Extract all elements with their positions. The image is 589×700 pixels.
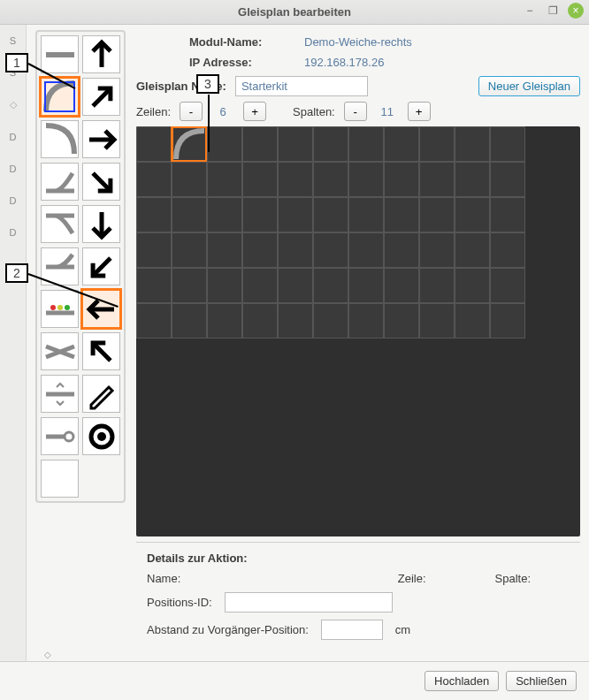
grid-cell[interactable] bbox=[313, 303, 348, 339]
grid-cell[interactable] bbox=[136, 126, 172, 162]
grid-cell[interactable] bbox=[242, 162, 278, 197]
grid-cell[interactable] bbox=[490, 232, 525, 268]
sidebar-tab-5[interactable]: D bbox=[0, 192, 26, 209]
grid-cell[interactable] bbox=[207, 232, 242, 268]
grid-cell[interactable] bbox=[455, 303, 490, 339]
decoupler-item[interactable] bbox=[41, 375, 79, 413]
grid-cell[interactable] bbox=[172, 197, 207, 232]
grid-cell[interactable] bbox=[278, 197, 313, 232]
dir-left[interactable] bbox=[82, 290, 120, 328]
sidebar-tab-3[interactable]: D bbox=[0, 128, 26, 146]
sidebar-tab-6[interactable]: D bbox=[0, 224, 26, 241]
tool-pencil[interactable] bbox=[82, 375, 120, 413]
switch-left[interactable] bbox=[41, 247, 79, 285]
grid-cell[interactable] bbox=[242, 126, 278, 162]
empty-cell[interactable] bbox=[41, 460, 79, 498]
grid-cell[interactable] bbox=[278, 126, 313, 162]
grid-cell[interactable] bbox=[278, 162, 313, 197]
grid-cell[interactable] bbox=[207, 303, 242, 339]
grid-cell[interactable] bbox=[419, 232, 455, 268]
cross-double[interactable] bbox=[41, 332, 79, 370]
grid-cell[interactable] bbox=[384, 303, 419, 339]
trackplan-canvas[interactable] bbox=[136, 126, 580, 536]
minimize-button[interactable]: − bbox=[522, 3, 538, 19]
grid-cell[interactable] bbox=[384, 232, 419, 268]
grid-cell[interactable] bbox=[348, 268, 384, 303]
grid-cell[interactable] bbox=[278, 268, 313, 303]
dir-downright[interactable] bbox=[82, 163, 120, 201]
grid-cell[interactable] bbox=[313, 162, 348, 197]
grid-cell[interactable] bbox=[455, 126, 490, 162]
grid-cell[interactable] bbox=[490, 197, 525, 232]
grid-cell[interactable] bbox=[348, 126, 384, 162]
grid-cell[interactable] bbox=[348, 197, 384, 232]
grid-cell[interactable] bbox=[207, 162, 242, 197]
track-curve-sw[interactable] bbox=[41, 120, 79, 158]
grid-cell[interactable] bbox=[207, 268, 242, 303]
dir-right[interactable] bbox=[82, 120, 120, 158]
grid-cell[interactable] bbox=[384, 197, 419, 232]
cols-plus-button[interactable]: + bbox=[408, 102, 431, 121]
grid-cell[interactable] bbox=[207, 126, 242, 162]
new-plan-button[interactable]: Neuer Gleisplan bbox=[478, 76, 580, 96]
tool-eye[interactable] bbox=[82, 417, 120, 455]
grid-cell[interactable] bbox=[242, 303, 278, 339]
grid-cell[interactable] bbox=[242, 232, 278, 268]
dir-down[interactable] bbox=[82, 205, 120, 243]
dir-upright[interactable] bbox=[82, 78, 120, 116]
rows-plus-button[interactable]: + bbox=[243, 102, 266, 121]
grid-cell[interactable] bbox=[419, 162, 455, 197]
grid-cell[interactable] bbox=[172, 126, 207, 162]
grid-cell[interactable] bbox=[136, 197, 172, 232]
dir-up[interactable] bbox=[82, 35, 120, 73]
grid-cell[interactable] bbox=[348, 162, 384, 197]
grid-cell[interactable] bbox=[172, 232, 207, 268]
grid-cell[interactable] bbox=[490, 126, 525, 162]
grid-cell[interactable] bbox=[384, 162, 419, 197]
grid-cell[interactable] bbox=[172, 162, 207, 197]
sidebar-tab-2[interactable]: ◇ bbox=[0, 95, 26, 114]
switch-y-down[interactable] bbox=[41, 205, 79, 243]
grid-cell[interactable] bbox=[455, 232, 490, 268]
grid-cell[interactable] bbox=[278, 303, 313, 339]
grid-cell[interactable] bbox=[419, 197, 455, 232]
grid-cell[interactable] bbox=[172, 268, 207, 303]
grid-cell[interactable] bbox=[313, 232, 348, 268]
close-button[interactable]: Schließen bbox=[506, 671, 577, 691]
sidebar-tab-1[interactable]: S bbox=[0, 64, 26, 81]
signal-item[interactable] bbox=[41, 290, 79, 328]
grid-cell[interactable] bbox=[455, 268, 490, 303]
dir-upleft[interactable] bbox=[82, 332, 120, 370]
close-window-button[interactable]: × bbox=[568, 3, 584, 19]
grid-cell[interactable] bbox=[313, 197, 348, 232]
plan-name-input[interactable] bbox=[235, 76, 368, 96]
dir-downleft[interactable] bbox=[82, 247, 120, 285]
upload-button[interactable]: Hochladen bbox=[425, 671, 499, 691]
grid-cell[interactable] bbox=[419, 126, 455, 162]
grid-cell[interactable] bbox=[136, 268, 172, 303]
grid-cell[interactable] bbox=[490, 303, 525, 339]
grid-cell[interactable] bbox=[313, 268, 348, 303]
grid-cell[interactable] bbox=[313, 126, 348, 162]
track-curve-se[interactable] bbox=[41, 78, 79, 116]
resize-handle-icon[interactable]: ◇ bbox=[44, 650, 51, 659]
grid-cell[interactable] bbox=[136, 162, 172, 197]
grid-cell[interactable] bbox=[455, 162, 490, 197]
grid-cell[interactable] bbox=[136, 232, 172, 268]
grid-cell[interactable] bbox=[136, 303, 172, 339]
switch-y-up[interactable] bbox=[41, 163, 79, 201]
grid-cell[interactable] bbox=[278, 232, 313, 268]
bumper-item[interactable] bbox=[41, 417, 79, 455]
grid-cell[interactable] bbox=[172, 303, 207, 339]
grid-cell[interactable] bbox=[242, 197, 278, 232]
grid-cell[interactable] bbox=[348, 232, 384, 268]
grid-cell[interactable] bbox=[455, 197, 490, 232]
grid-cell[interactable] bbox=[419, 268, 455, 303]
grid-cell[interactable] bbox=[419, 303, 455, 339]
sidebar-tab-4[interactable]: D bbox=[0, 160, 26, 178]
grid-cell[interactable] bbox=[384, 126, 419, 162]
posid-input[interactable] bbox=[225, 592, 393, 612]
sidebar-tab-0[interactable]: S bbox=[0, 32, 26, 49]
grid-cell[interactable] bbox=[242, 268, 278, 303]
grid-cell[interactable] bbox=[490, 162, 525, 197]
